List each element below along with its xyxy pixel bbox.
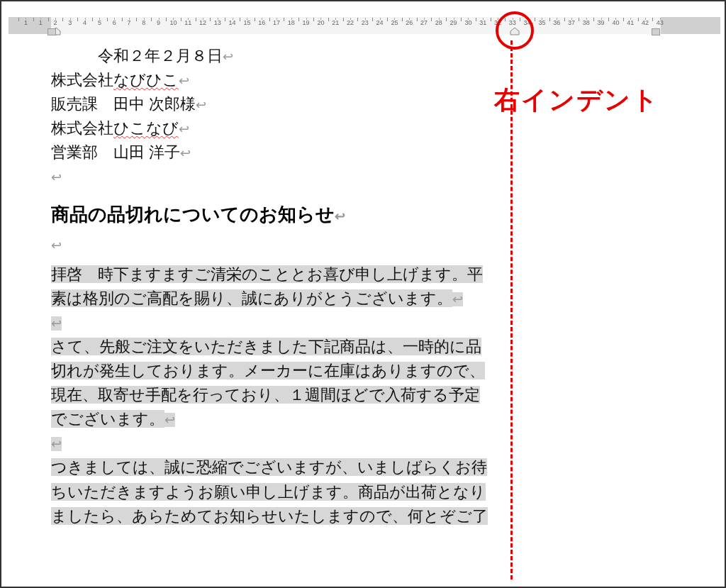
sender-person: 営業部 山田 洋子↩ — [51, 140, 519, 165]
ruler-tick: 1 — [18, 19, 33, 26]
ruler-tick: 7 — [122, 19, 137, 26]
recipient-company: 株式会社なびひこ↩ — [51, 68, 519, 92]
return-icon: ↩ — [51, 238, 62, 253]
body-line: さて、先般ご注文をいただきました下記商品は、一時的に品 — [51, 338, 481, 355]
return-icon: ↩ — [223, 50, 233, 64]
body-line: 現在、取寄せ手配を行っており、１週間ほどで入荷する予定 — [51, 386, 480, 404]
right-margin-marker[interactable] — [652, 28, 660, 35]
ruler-tick: 29 — [446, 19, 461, 26]
ruler-tick: 28 — [431, 19, 446, 26]
date-line: 令和２年２月８日↩ — [51, 44, 519, 68]
ruler-tick: 1 — [33, 19, 48, 26]
ruler-tick: 26 — [402, 19, 417, 26]
document-title: 商品の品切れについてのお知らせ↩ — [51, 202, 519, 227]
ruler-tick: 30 — [461, 19, 476, 26]
horizontal-ruler[interactable]: 1123456789101112131415161718192021222324… — [9, 17, 717, 38]
recipient-person: 販売課 田中 次郎様↩ — [51, 92, 519, 116]
ruler-tick: 6 — [107, 19, 122, 26]
ruler-tick: 40 — [608, 19, 623, 26]
return-icon: ↩ — [452, 292, 463, 306]
body-line: 拝啓 時下ますますご清栄のこととお喜び申し上げます。平 — [51, 265, 483, 283]
ruler-tick: 18 — [284, 19, 298, 26]
return-icon: ↩ — [180, 146, 191, 160]
ruler-right-margin — [661, 17, 720, 34]
ruler-tick: 39 — [593, 19, 608, 26]
ruler-tick: 2 — [48, 19, 63, 26]
ruler-tick: 38 — [579, 19, 593, 26]
return-icon: ↩ — [51, 437, 62, 451]
return-icon: ↩ — [196, 98, 206, 112]
ruler-tick: 31 — [476, 19, 491, 26]
body-line: ましたら、あらためてお知らせいたしますので、何とぞご了 — [51, 507, 488, 525]
ruler-tick: 27 — [417, 19, 432, 26]
body-text-selected[interactable]: 拝啓 時下ますますご清栄のこととお喜び申し上げます。平 素は格別のご高配を賜り、… — [51, 262, 519, 528]
return-icon: ↩ — [164, 413, 175, 427]
ruler-tick: 43 — [652, 19, 667, 26]
blank-line: ↩ — [51, 233, 519, 257]
ruler-tick: 22 — [343, 19, 358, 26]
ruler-tick: 36 — [549, 19, 564, 26]
ruler-tick: 15 — [240, 19, 255, 26]
ruler-tick: 19 — [298, 19, 313, 26]
ruler-tick: 21 — [328, 19, 343, 26]
document-page[interactable]: 令和２年２月８日↩ 株式会社なびひこ↩ 販売課 田中 次郎様↩ 株式会社ひこなび… — [51, 44, 519, 528]
ruler-tick: 9 — [151, 19, 166, 26]
left-indent-bottom-marker[interactable] — [48, 28, 56, 35]
body-line: 素は格別のご高配を賜り、誠にありがとうございます。 — [51, 289, 452, 307]
body-line: 切れが発生しております。メーカーに在庫はありますので、 — [51, 362, 485, 379]
ruler-tick: 4 — [77, 19, 92, 26]
return-icon: ↩ — [51, 170, 62, 184]
sender-company: 株式会社ひこなび↩ — [51, 116, 519, 140]
ruler-tick: 5 — [92, 19, 107, 26]
ruler-tick: 11 — [181, 19, 196, 26]
ruler-tick: 41 — [623, 19, 638, 26]
date-text: 令和２年２月８日 — [51, 47, 223, 65]
ruler-tick: 3 — [62, 19, 77, 26]
ruler-tick: 25 — [387, 19, 402, 26]
ruler-tick: 42 — [638, 19, 653, 26]
ruler-tick: 17 — [269, 19, 284, 26]
ruler-tick: 37 — [564, 19, 579, 26]
ruler-tick: 14 — [225, 19, 240, 26]
ruler-tick: 8 — [136, 19, 151, 26]
blank-line: ↩ — [51, 165, 519, 189]
return-icon: ↩ — [179, 74, 189, 88]
return-icon: ↩ — [179, 122, 189, 136]
return-icon: ↩ — [335, 209, 345, 223]
ruler-tick: 20 — [313, 19, 328, 26]
body-line: つきましては、誠に恐縮でございますが、いましばらくお待 — [51, 458, 487, 476]
ruler-tick: 16 — [255, 19, 269, 26]
body-line: でございます。 — [51, 410, 164, 428]
ruler-tick: 10 — [166, 19, 181, 26]
ruler-tick: 12 — [196, 19, 211, 26]
ruler-tick: 13 — [210, 19, 225, 26]
ruler-tick: 23 — [357, 19, 372, 26]
body-line: ちいただきますようお願い申し上げます。商品が出荷となり — [51, 483, 486, 501]
ruler-tick: 24 — [372, 19, 387, 26]
return-icon: ↩ — [51, 316, 62, 331]
ruler-tick: 35 — [535, 19, 549, 26]
word-processor-view: 1123456789101112131415161718192021222324… — [0, 0, 726, 588]
